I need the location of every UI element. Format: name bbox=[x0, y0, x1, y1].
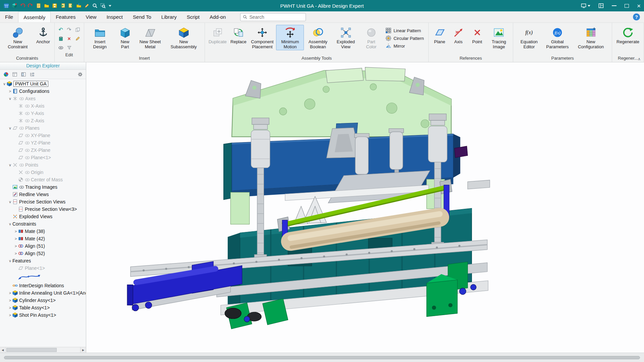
visibility-eye-icon[interactable] bbox=[19, 96, 24, 101]
visibility-eye-icon[interactable] bbox=[25, 118, 30, 123]
export-icon[interactable] bbox=[68, 3, 73, 9]
collapse-arrow[interactable] bbox=[8, 291, 12, 295]
tree-item-align-52[interactable]: Align (52) bbox=[0, 250, 86, 257]
tab-send-to[interactable]: Send To bbox=[128, 11, 156, 22]
visibility-eye-icon[interactable] bbox=[19, 163, 24, 168]
delete-icon[interactable]: × bbox=[65, 35, 73, 43]
new-sheet-metal-button[interactable]: New Sheet Metal bbox=[136, 25, 164, 50]
maximize-button[interactable] bbox=[625, 4, 629, 8]
search-input[interactable] bbox=[249, 14, 303, 20]
edit-pencil-icon[interactable] bbox=[84, 3, 90, 9]
tree-item-features[interactable]: Features bbox=[0, 257, 86, 264]
scrollbar-thumb[interactable] bbox=[6, 348, 57, 352]
minimize-button[interactable] bbox=[612, 5, 616, 6]
tree-item-axes[interactable]: Axes bbox=[0, 95, 86, 102]
equation-editor-button[interactable]: f(x) Equation Editor bbox=[515, 25, 543, 50]
visibility-eye-icon[interactable] bbox=[25, 155, 30, 160]
undo-icon[interactable]: ↶ bbox=[57, 25, 65, 34]
tree-item-configurations[interactable]: Configurations bbox=[0, 87, 86, 95]
visibility-eye-icon[interactable] bbox=[25, 133, 30, 138]
tree-item-redline-views[interactable]: Redline Views bbox=[0, 191, 86, 198]
tree-item-inline-annealing-unit[interactable]: Inline Annealing Unit GA<1>(Anc bbox=[0, 289, 86, 297]
visibility-eye-icon[interactable] bbox=[19, 126, 24, 131]
expand-arrow[interactable] bbox=[8, 97, 12, 101]
expand-arrow[interactable] bbox=[8, 163, 12, 167]
point-button[interactable]: Point bbox=[468, 25, 487, 45]
visibility-eye-icon[interactable] bbox=[25, 111, 30, 116]
visibility-eye-icon[interactable] bbox=[25, 177, 30, 182]
tree-item-xy-plane[interactable]: XY-Plane bbox=[0, 132, 86, 139]
tracing-image-button[interactable]: Tracing Image bbox=[487, 25, 512, 50]
model-viewport[interactable] bbox=[86, 62, 644, 353]
tree-item-feature-plane1[interactable]: Plane<1> bbox=[0, 264, 86, 272]
close-button[interactable]: × bbox=[637, 3, 641, 9]
expand-arrow[interactable] bbox=[8, 259, 12, 263]
visibility-eye-icon[interactable] bbox=[19, 185, 24, 190]
scroll-right-icon[interactable]: ▶ bbox=[80, 347, 86, 353]
collapse-arrow[interactable] bbox=[13, 229, 18, 233]
bottom-scrollbar[interactable] bbox=[4, 356, 640, 359]
plane-button[interactable]: Plane bbox=[430, 25, 449, 45]
tree-item-plane1[interactable]: Plane<1> bbox=[0, 154, 86, 161]
component-placement-button[interactable]: Component Placement bbox=[248, 25, 276, 50]
assembly-boolean-button[interactable]: Assembly Boolean bbox=[304, 25, 332, 50]
tree-item-yz-plane[interactable]: YZ-Plane bbox=[0, 139, 86, 146]
preview-panel-icon[interactable] bbox=[20, 71, 26, 77]
insert-design-button[interactable]: Insert Design bbox=[86, 25, 114, 50]
filter-icon[interactable] bbox=[65, 44, 73, 52]
collapse-arrow[interactable] bbox=[8, 306, 12, 310]
collapse-arrow[interactable] bbox=[13, 237, 18, 241]
menu-file[interactable]: File bbox=[0, 11, 18, 22]
tab-inspect[interactable]: Inspect bbox=[102, 11, 128, 22]
collapse-ribbon-icon[interactable]: ∧ bbox=[638, 57, 641, 61]
collapse-arrow[interactable] bbox=[13, 251, 18, 255]
tree-item-precise-section-view-3[interactable]: Precise Section View<3> bbox=[0, 205, 86, 213]
tree-item-interdesign-relations[interactable]: InterDesign Relations bbox=[0, 282, 86, 289]
app-grid-icon[interactable] bbox=[3, 3, 9, 9]
regenerate-button[interactable]: Regenerate bbox=[614, 25, 642, 45]
edit-pencil-icon[interactable] bbox=[74, 35, 82, 43]
display-mode-icon[interactable] bbox=[581, 3, 590, 8]
zoom-icon[interactable] bbox=[92, 3, 98, 9]
new-configuration-button[interactable]: New Configuration bbox=[572, 25, 610, 50]
new-part-button[interactable]: New Part bbox=[114, 25, 136, 50]
collapse-arrow[interactable] bbox=[8, 298, 12, 302]
tree-item-shot-pin-assy[interactable]: Shot Pin Assy<1> bbox=[0, 311, 86, 319]
tab-assembly[interactable]: Assembly bbox=[18, 11, 51, 22]
open-icon[interactable] bbox=[44, 3, 49, 9]
new-constraint-button[interactable]: New Constraint bbox=[2, 25, 34, 50]
tree-item-x-axis[interactable]: X-Axis bbox=[0, 102, 86, 110]
exploded-view-button[interactable]: Exploded View bbox=[332, 25, 360, 50]
new-design-icon[interactable] bbox=[11, 3, 17, 9]
expand-arrow[interactable] bbox=[8, 222, 12, 226]
anchor-button[interactable]: Anchor bbox=[34, 25, 53, 45]
new-document-icon[interactable] bbox=[36, 3, 41, 9]
tree-item-precise-section-views[interactable]: Precise Section Views bbox=[0, 198, 86, 205]
expand-arrow[interactable] bbox=[2, 82, 7, 86]
tree-item-constraints[interactable]: Constraints bbox=[0, 220, 86, 228]
paste-icon[interactable] bbox=[57, 35, 65, 43]
expand-arrow[interactable] bbox=[8, 200, 12, 204]
global-parameters-button[interactable]: f(x) Global Parameters bbox=[543, 25, 572, 50]
workspace-layout-icon[interactable] bbox=[598, 3, 604, 8]
tab-script[interactable]: Script bbox=[182, 11, 205, 22]
settings-gear-icon[interactable] bbox=[77, 71, 83, 77]
linear-pattern-button[interactable]: Linear Pattern bbox=[385, 27, 424, 34]
import-icon[interactable] bbox=[60, 3, 65, 9]
redo-icon[interactable]: ↷ bbox=[65, 25, 73, 34]
save-icon[interactable] bbox=[52, 3, 57, 9]
redo-icon[interactable] bbox=[28, 3, 33, 9]
tab-library[interactable]: Library bbox=[156, 11, 182, 22]
replace-button[interactable]: Replace bbox=[228, 25, 248, 45]
collapse-arrow[interactable] bbox=[8, 313, 12, 317]
save-as-icon[interactable] bbox=[76, 3, 82, 9]
structure-panel-icon[interactable] bbox=[29, 71, 35, 77]
tab-add-on[interactable]: Add-on bbox=[205, 11, 231, 22]
explorer-horizontal-scrollbar[interactable]: ◀ ▶ bbox=[0, 347, 86, 353]
collapse-arrow[interactable] bbox=[13, 244, 18, 248]
visibility-eye-icon[interactable] bbox=[25, 148, 30, 153]
help-icon[interactable]: ? bbox=[633, 13, 640, 20]
collapse-arrow[interactable] bbox=[8, 89, 12, 93]
new-subassembly-button[interactable]: New Subassembly bbox=[164, 25, 203, 50]
zoom-window-icon[interactable] bbox=[100, 3, 106, 9]
